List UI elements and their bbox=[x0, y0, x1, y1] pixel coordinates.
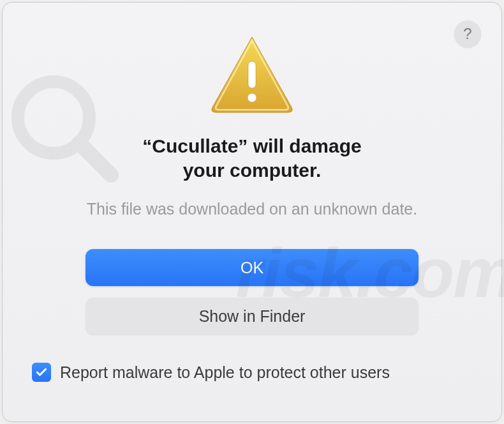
warning-icon bbox=[207, 33, 297, 115]
svg-point-3 bbox=[248, 93, 256, 102]
title-line-2: your computer. bbox=[183, 160, 322, 181]
checkbox-row: Report malware to Apple to protect other… bbox=[28, 363, 476, 382]
checkmark-icon bbox=[35, 366, 48, 379]
show-in-finder-label: Show in Finder bbox=[199, 307, 306, 326]
dialog-title: “Cucullate” will damage your computer. bbox=[28, 134, 476, 182]
ok-button-label: OK bbox=[241, 259, 263, 277]
help-button[interactable]: ? bbox=[454, 20, 481, 47]
button-container: OK Show in Finder bbox=[28, 249, 476, 335]
dialog-subtitle: This file was downloaded on an unknown d… bbox=[28, 200, 476, 218]
svg-rect-2 bbox=[248, 61, 256, 88]
title-line-1: “Cucullate” will damage bbox=[142, 135, 361, 156]
warning-icon-container bbox=[28, 33, 476, 115]
alert-dialog: risk.com ? “Cucullate” will damage your … bbox=[2, 2, 502, 422]
show-in-finder-button[interactable]: Show in Finder bbox=[85, 298, 419, 335]
ok-button[interactable]: OK bbox=[85, 249, 419, 286]
checkbox-label: Report malware to Apple to protect other… bbox=[60, 363, 390, 382]
help-icon: ? bbox=[463, 25, 471, 43]
report-malware-checkbox[interactable] bbox=[32, 363, 51, 382]
